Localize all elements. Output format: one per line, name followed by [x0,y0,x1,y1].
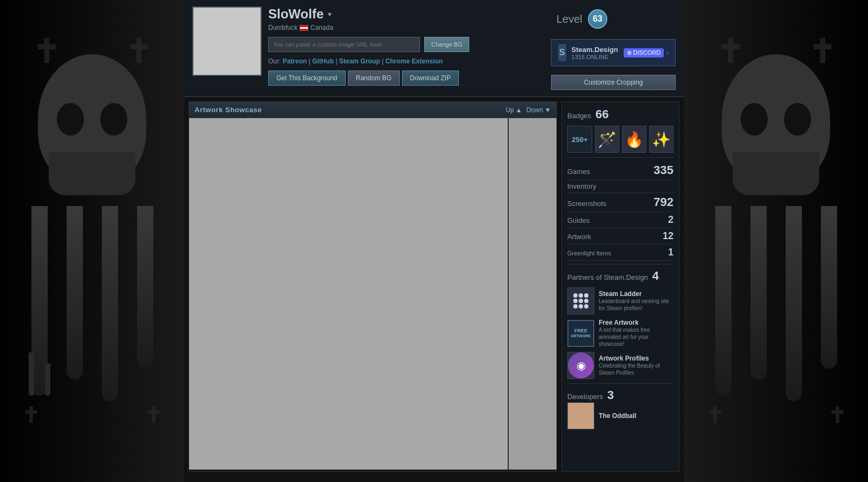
showcase-header-bar: Artwork Showcase Up ▲ Down ▼ [189,102,556,118]
center-panel: SloWolfe ▾ Dumbfuck Canada Change BG Our… [184,0,684,482]
bg-url-input[interactable] [268,37,420,52]
profile-info: SloWolfe ▾ Dumbfuck Canada Change BG Our… [268,7,551,90]
developer-oddball[interactable]: The Oddball [567,402,673,429]
level-row: Level 63 [551,7,676,31]
showcase-images [189,118,556,470]
customize-cropping-button[interactable]: Customize Cropping [551,75,676,90]
badge-star[interactable]: ✨ [649,126,673,153]
download-zip-button[interactable]: Download ZIP [402,70,459,86]
stat-greenlight-label: Greenlight Items [567,250,611,256]
steam-group-link[interactable]: Steam Group [339,57,380,65]
profile-dropdown-arrow[interactable]: ▾ [328,10,332,18]
badges-count: 66 [595,107,608,121]
discord-online-count: 1316 ONLINE [572,54,618,60]
discord-label: DISCORD [633,49,661,56]
artwork-showcase-container: Artwork Showcase Up ▲ Down ▼ [189,101,557,472]
artwork-profiles-logo: ◉ [567,352,594,379]
discord-badge: ⊕ DISCORD [624,48,664,57]
developer-oddball-text: The Oddball [599,412,673,420]
divider-badges-games [567,157,673,158]
steam-ladder-text: Steam Ladder Leaderboard and ranking sit… [599,290,673,312]
partners-header: Partners of Steam.Design 4 [567,269,673,283]
stat-guides: Guides 2 [567,212,673,228]
level-label: Level [556,13,582,25]
discord-right: ⊕ DISCORD › [624,48,669,57]
github-link[interactable]: GitHub [312,57,334,65]
stat-guides-label: Guides [567,216,590,224]
developer-oddball-logo [567,402,594,429]
badges-row: 250+ 🪄 🔥 ✨ [567,126,673,153]
main-body: Artwork Showcase Up ▲ Down ▼ [184,97,684,476]
get-background-button[interactable]: Get This Background [268,70,346,86]
links-row: Our: Patreon | GitHub | Steam Group | Ch… [268,57,551,65]
stat-screenshots-label: Screenshots [567,200,606,208]
profile-name: SloWolfe [268,7,323,22]
artwork-profiles-text: Artwork Profiles Celebrating the Beauty … [599,355,673,376]
patreon-link[interactable]: Patreon [283,57,307,65]
level-badge: 63 [588,9,607,29]
divider-partners-developers [567,383,673,384]
profile-right: Level 63 S Steam.Design 1316 ONLINE ⊕ D [551,7,676,90]
change-bg-button[interactable]: Change BG [424,37,469,52]
skull-right-decoration: ✝ ✝ ✝ ✝ [684,0,868,482]
developers-count: 3 [607,388,614,402]
badges-header: Badges 66 [567,107,673,121]
action-buttons-row: Get This Background Random BG Download Z… [268,70,551,86]
partner-steam-ladder[interactable]: Steam Ladder Leaderboard and ranking sit… [567,287,673,314]
discord-site-name: Steam.Design [572,46,618,54]
badge-fire[interactable]: 🔥 [622,126,646,153]
badge-cauldron[interactable]: 🪄 [595,126,619,153]
badges-section: Badges 66 250+ 🪄 🔥 ✨ [567,107,673,153]
free-artwork-text: Free Artwork A bot that makes free anima… [599,319,673,348]
stat-artwork-label: Artwork [567,233,591,241]
partner-free-artwork[interactable]: FREE ARTWORK Free Artwork A bot that mak… [567,319,673,348]
artwork-profiles-name: Artwork Profiles [599,355,673,362]
skull-left-decoration: ✝ ✝ [0,0,184,482]
stat-screenshots: Screenshots 792 [567,193,673,212]
cross-pattern-br: ✝ [144,403,163,428]
bg-url-row: Change BG [268,37,551,52]
badge-250plus[interactable]: 250+ [567,126,592,153]
partners-count: 4 [652,269,659,283]
profile-header-section: SloWolfe ▾ Dumbfuck Canada Change BG Our… [184,0,684,97]
artwork-showcase: Artwork Showcase Up ▲ Down ▼ [189,101,557,472]
cross-pattern-rbr: ✝ [828,403,846,428]
profile-left: SloWolfe ▾ Dumbfuck Canada Change BG Our… [192,7,551,90]
discord-text: Steam.Design 1316 ONLINE [572,46,618,60]
developers-section: Developers 3 The Oddball [567,388,673,429]
free-artwork-name: Free Artwork [599,319,673,326]
steam-design-icon: S [558,44,566,61]
profile-name-row: SloWolfe ▾ [268,7,551,22]
stats-panel: Badges 66 250+ 🪄 🔥 ✨ Games 335 [561,101,679,472]
stat-artwork-value: 12 [663,230,673,242]
partner-artwork-profiles[interactable]: ◉ Artwork Profiles Celebrating the Beaut… [567,352,673,379]
stat-games-value: 335 [653,163,673,177]
links-prefix: Our: [268,57,281,65]
stat-games-label: Games [567,168,590,176]
badges-label: Badges [567,112,591,120]
showcase-navigation: Up ▲ Down ▼ [506,106,551,114]
discord-arrow: › [666,49,669,56]
stat-inventory-label: Inventory [567,182,596,190]
up-arrow-icon: ▲ [516,106,522,114]
stat-greenlight: Greenlight Items 1 [567,245,673,261]
developer-oddball-name: The Oddball [599,412,673,420]
showcase-up-button[interactable]: Up ▲ [506,106,522,114]
developers-label: Developers [567,393,603,401]
random-bg-button[interactable]: Random BG [348,70,400,86]
chrome-extension-link[interactable]: Chrome Extension [385,57,443,65]
steam-ladder-logo [567,287,594,314]
partners-label: Partners of Steam.Design [567,273,648,281]
artwork-profiles-icon: ◉ [568,352,594,378]
stat-screenshots-value: 792 [653,195,673,209]
side-artwork-image [509,118,556,470]
showcase-down-button[interactable]: Down ▼ [526,106,551,114]
steam-ladder-name: Steam Ladder [599,290,673,298]
main-artwork-image [189,118,509,470]
divider-stats-partners [567,264,673,265]
stat-games: Games 335 [567,161,673,180]
cross-pattern-bl: ✝ [22,403,40,428]
discord-banner[interactable]: S Steam.Design 1316 ONLINE ⊕ DISCORD › [551,39,676,66]
country-flag [300,25,308,31]
profile-subtitle-text: Dumbfuck [268,24,297,31]
